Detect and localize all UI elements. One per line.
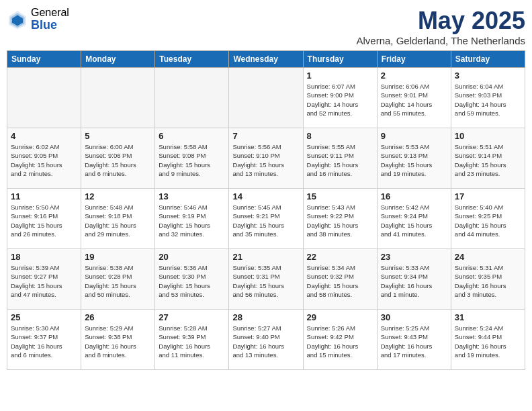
day-cell: 18Sunrise: 5:39 AM Sunset: 9:27 PM Dayli…	[7, 249, 81, 310]
day-number: 13	[159, 191, 225, 201]
week-row-2: 4Sunrise: 6:02 AM Sunset: 9:05 PM Daylig…	[7, 128, 525, 189]
day-number: 10	[455, 131, 521, 141]
day-number: 4	[11, 131, 77, 141]
day-info: Sunrise: 5:33 AM Sunset: 9:34 PM Dayligh…	[381, 263, 447, 299]
logo-blue: Blue	[31, 19, 69, 32]
day-cell: 27Sunrise: 5:28 AM Sunset: 9:39 PM Dayli…	[155, 310, 229, 370]
day-cell: 17Sunrise: 5:40 AM Sunset: 9:25 PM Dayli…	[451, 189, 525, 249]
month-title: May 2025	[356, 7, 525, 35]
day-cell: 6Sunrise: 5:58 AM Sunset: 9:08 PM Daylig…	[155, 128, 229, 189]
day-number: 20	[159, 252, 225, 262]
logo-general: General	[31, 7, 69, 19]
title-block: May 2025 Alverna, Gelderland, The Nether…	[356, 7, 525, 46]
day-number: 6	[159, 131, 225, 141]
week-row-3: 11Sunrise: 5:50 AM Sunset: 9:16 PM Dayli…	[7, 189, 525, 249]
logo-text: General Blue	[31, 7, 69, 32]
location: Alverna, Gelderland, The Netherlands	[356, 35, 525, 46]
day-cell: 1Sunrise: 6:07 AM Sunset: 9:00 PM Daylig…	[303, 68, 377, 128]
day-number: 22	[307, 252, 373, 262]
day-info: Sunrise: 5:53 AM Sunset: 9:13 PM Dayligh…	[381, 142, 447, 178]
day-cell: 9Sunrise: 5:53 AM Sunset: 9:13 PM Daylig…	[377, 128, 451, 189]
page-header: General Blue May 2025 Alverna, Gelderlan…	[7, 7, 525, 46]
day-info: Sunrise: 5:26 AM Sunset: 9:42 PM Dayligh…	[307, 324, 373, 359]
calendar-table: SundayMondayTuesdayWednesdayThursdayFrid…	[7, 50, 525, 370]
day-number: 15	[307, 191, 373, 201]
day-cell: 31Sunrise: 5:24 AM Sunset: 9:44 PM Dayli…	[451, 310, 525, 370]
day-number: 31	[455, 312, 521, 322]
day-info: Sunrise: 5:38 AM Sunset: 9:28 PM Dayligh…	[85, 263, 151, 299]
day-info: Sunrise: 5:55 AM Sunset: 9:11 PM Dayligh…	[307, 142, 373, 178]
day-cell: 16Sunrise: 5:42 AM Sunset: 9:24 PM Dayli…	[377, 189, 451, 249]
day-number: 1	[307, 71, 373, 81]
column-header-friday: Friday	[377, 51, 451, 68]
week-row-5: 25Sunrise: 5:30 AM Sunset: 9:37 PM Dayli…	[7, 310, 525, 370]
day-info: Sunrise: 6:00 AM Sunset: 9:06 PM Dayligh…	[85, 142, 151, 178]
day-number: 5	[85, 131, 151, 141]
day-cell	[229, 68, 303, 128]
day-number: 7	[232, 131, 299, 141]
day-cell: 3Sunrise: 6:04 AM Sunset: 9:03 PM Daylig…	[451, 68, 525, 128]
day-number: 9	[381, 131, 447, 141]
day-cell: 20Sunrise: 5:36 AM Sunset: 9:30 PM Dayli…	[155, 249, 229, 310]
day-cell: 21Sunrise: 5:35 AM Sunset: 9:31 PM Dayli…	[229, 249, 303, 310]
day-cell: 7Sunrise: 5:56 AM Sunset: 9:10 PM Daylig…	[229, 128, 303, 189]
day-info: Sunrise: 5:46 AM Sunset: 9:19 PM Dayligh…	[159, 203, 225, 238]
day-info: Sunrise: 5:25 AM Sunset: 9:43 PM Dayligh…	[381, 324, 447, 359]
day-cell: 14Sunrise: 5:45 AM Sunset: 9:21 PM Dayli…	[229, 189, 303, 249]
day-cell: 4Sunrise: 6:02 AM Sunset: 9:05 PM Daylig…	[7, 128, 81, 189]
day-info: Sunrise: 5:28 AM Sunset: 9:39 PM Dayligh…	[159, 324, 225, 359]
logo: General Blue	[7, 7, 69, 32]
day-number: 2	[381, 71, 447, 81]
day-info: Sunrise: 5:36 AM Sunset: 9:30 PM Dayligh…	[159, 263, 225, 299]
day-cell: 26Sunrise: 5:29 AM Sunset: 9:38 PM Dayli…	[81, 310, 155, 370]
day-info: Sunrise: 5:45 AM Sunset: 9:21 PM Dayligh…	[232, 203, 299, 238]
day-number: 19	[85, 252, 151, 262]
day-info: Sunrise: 5:30 AM Sunset: 9:37 PM Dayligh…	[11, 324, 77, 359]
day-info: Sunrise: 6:04 AM Sunset: 9:03 PM Dayligh…	[455, 82, 521, 118]
column-header-tuesday: Tuesday	[155, 51, 229, 68]
day-info: Sunrise: 5:56 AM Sunset: 9:10 PM Dayligh…	[232, 142, 299, 178]
day-info: Sunrise: 5:58 AM Sunset: 9:08 PM Dayligh…	[159, 142, 225, 178]
day-cell: 23Sunrise: 5:33 AM Sunset: 9:34 PM Dayli…	[377, 249, 451, 310]
day-info: Sunrise: 5:29 AM Sunset: 9:38 PM Dayligh…	[85, 324, 151, 359]
day-cell: 2Sunrise: 6:06 AM Sunset: 9:01 PM Daylig…	[377, 68, 451, 128]
day-info: Sunrise: 5:42 AM Sunset: 9:24 PM Dayligh…	[381, 203, 447, 238]
day-cell: 19Sunrise: 5:38 AM Sunset: 9:28 PM Dayli…	[81, 249, 155, 310]
day-info: Sunrise: 6:07 AM Sunset: 9:00 PM Dayligh…	[307, 82, 373, 118]
day-cell: 15Sunrise: 5:43 AM Sunset: 9:22 PM Dayli…	[303, 189, 377, 249]
day-number: 21	[232, 252, 299, 262]
day-number: 27	[159, 312, 225, 322]
week-row-4: 18Sunrise: 5:39 AM Sunset: 9:27 PM Dayli…	[7, 249, 525, 310]
column-header-wednesday: Wednesday	[229, 51, 303, 68]
day-cell: 28Sunrise: 5:27 AM Sunset: 9:40 PM Dayli…	[229, 310, 303, 370]
day-number: 26	[85, 312, 151, 322]
day-cell: 13Sunrise: 5:46 AM Sunset: 9:19 PM Dayli…	[155, 189, 229, 249]
day-cell	[7, 68, 81, 128]
day-number: 24	[455, 252, 521, 262]
column-header-monday: Monday	[81, 51, 155, 68]
day-cell	[81, 68, 155, 128]
day-number: 23	[381, 252, 447, 262]
day-info: Sunrise: 5:24 AM Sunset: 9:44 PM Dayligh…	[455, 324, 521, 359]
day-number: 3	[455, 71, 521, 81]
day-number: 29	[307, 312, 373, 322]
day-number: 11	[11, 191, 77, 201]
day-number: 28	[232, 312, 299, 322]
day-info: Sunrise: 6:06 AM Sunset: 9:01 PM Dayligh…	[381, 82, 447, 118]
day-number: 25	[11, 312, 77, 322]
day-number: 17	[455, 191, 521, 201]
column-header-sunday: Sunday	[7, 51, 81, 68]
column-header-thursday: Thursday	[303, 51, 377, 68]
column-header-saturday: Saturday	[451, 51, 525, 68]
day-cell: 5Sunrise: 6:00 AM Sunset: 9:06 PM Daylig…	[81, 128, 155, 189]
day-cell: 30Sunrise: 5:25 AM Sunset: 9:43 PM Dayli…	[377, 310, 451, 370]
day-number: 18	[11, 252, 77, 262]
day-number: 30	[381, 312, 447, 322]
day-cell: 29Sunrise: 5:26 AM Sunset: 9:42 PM Dayli…	[303, 310, 377, 370]
day-info: Sunrise: 5:48 AM Sunset: 9:18 PM Dayligh…	[85, 203, 151, 238]
day-info: Sunrise: 5:43 AM Sunset: 9:22 PM Dayligh…	[307, 203, 373, 238]
day-cell: 8Sunrise: 5:55 AM Sunset: 9:11 PM Daylig…	[303, 128, 377, 189]
week-row-1: 1Sunrise: 6:07 AM Sunset: 9:00 PM Daylig…	[7, 68, 525, 128]
day-info: Sunrise: 5:39 AM Sunset: 9:27 PM Dayligh…	[11, 263, 77, 299]
header-row: SundayMondayTuesdayWednesdayThursdayFrid…	[7, 51, 525, 68]
